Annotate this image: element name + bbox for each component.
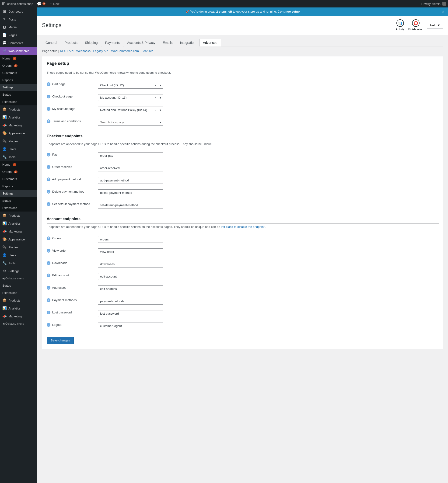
- analytics-link-2[interactable]: 📊 Analytics: [0, 220, 37, 227]
- sidebar-item-products-1[interactable]: 📦 Products: [0, 105, 37, 113]
- tab-shipping[interactable]: Shipping: [81, 39, 101, 47]
- tab-accounts-privacy[interactable]: Accounts & Privacy: [124, 39, 159, 47]
- sidebar-item-orders-2[interactable]: Orders 8: [0, 168, 37, 175]
- settings-link-2[interactable]: Settings: [0, 190, 37, 197]
- products-link-1[interactable]: 📦 Products: [0, 105, 37, 113]
- sidebar-item-appearance-1[interactable]: 🎨 Appearance: [0, 129, 37, 137]
- cart-page-select[interactable]: Checkout (ID: 12): [98, 82, 153, 88]
- orders-link-1[interactable]: Orders 8: [0, 62, 37, 69]
- terms-page-search-input[interactable]: [98, 119, 158, 126]
- addresses-help-icon[interactable]: ?: [47, 286, 50, 290]
- appearance-link-1[interactable]: 🎨 Appearance: [0, 129, 37, 137]
- sidebar-item-extensions-1[interactable]: Extensions: [0, 98, 37, 105]
- sidebar-item-users-2[interactable]: 👤 Users: [0, 251, 37, 259]
- subnav-features[interactable]: Features: [141, 49, 153, 53]
- sidebar-item-analytics-3[interactable]: 📊 Analytics: [0, 304, 37, 312]
- new-content-link[interactable]: ＋ New: [47, 2, 61, 6]
- tab-advanced[interactable]: Advanced: [200, 39, 221, 47]
- sidebar-item-settings-1[interactable]: Settings: [0, 84, 37, 91]
- logout-input[interactable]: [98, 323, 163, 329]
- checkout-page-select-wrapper[interactable]: My account (ID: 13) × ▼: [98, 94, 163, 101]
- status-link-1[interactable]: Status: [0, 91, 37, 98]
- checkout-page-clear[interactable]: ×: [153, 96, 158, 100]
- account-endpoints-link[interactable]: left blank to disable the endpoint: [221, 225, 264, 229]
- analytics-link-3[interactable]: 📊 Analytics: [0, 304, 37, 312]
- marketing-link-3[interactable]: 📣 Marketing: [0, 312, 37, 320]
- marketing-link-2[interactable]: 📣 Marketing: [0, 227, 37, 235]
- lost-password-input[interactable]: [98, 310, 163, 317]
- users-link-2[interactable]: 👤 Users: [0, 251, 37, 259]
- plugins-link-1[interactable]: 🔌 Plugins: [0, 137, 37, 145]
- appearance-link-2[interactable]: 🎨 Appearance: [0, 235, 37, 243]
- order-received-input[interactable]: [98, 165, 163, 171]
- sidebar-item-home-1[interactable]: Home 2: [0, 55, 37, 62]
- woocommerce-link[interactable]: 🛒 WooCommerce: [0, 47, 37, 55]
- sidebar-item-customers-1[interactable]: Customers: [0, 69, 37, 77]
- myaccount-help-icon[interactable]: ?: [47, 107, 50, 111]
- subnav-rest-api[interactable]: REST API: [60, 49, 73, 53]
- save-changes-button[interactable]: Save changes: [47, 337, 74, 344]
- sidebar-item-orders-1[interactable]: Orders 8: [0, 62, 37, 69]
- extensions-link-2[interactable]: Extensions: [0, 204, 37, 212]
- view-order-input[interactable]: [98, 248, 163, 255]
- downloads-help-icon[interactable]: ?: [47, 261, 50, 265]
- payment-methods-help-icon[interactable]: ?: [47, 298, 50, 302]
- sidebar-item-analytics-1[interactable]: 📊 Analytics: [0, 113, 37, 121]
- media-link[interactable]: 🖼 Media: [0, 23, 37, 31]
- sidebar-item-status-2[interactable]: Status: [0, 197, 37, 204]
- sidebar-item-settings-2[interactable]: Settings: [0, 190, 37, 197]
- logout-help-icon[interactable]: ?: [47, 323, 50, 327]
- sidebar-item-tools-1[interactable]: 🔧 Tools: [0, 153, 37, 161]
- lost-password-help-icon[interactable]: ?: [47, 311, 50, 314]
- plugins-link-2[interactable]: 🔌 Plugins: [0, 243, 37, 251]
- tab-payments[interactable]: Payments: [102, 39, 123, 47]
- sidebar-item-plugins-2[interactable]: 🔌 Plugins: [0, 243, 37, 251]
- sidebar-item-customers-2[interactable]: Customers: [0, 175, 37, 183]
- sidebar-item-marketing-1[interactable]: 📣 Marketing: [0, 121, 37, 129]
- home-link-1[interactable]: Home 2: [0, 55, 37, 62]
- sidebar-item-media[interactable]: 🖼 Media: [0, 23, 37, 31]
- checkout-help-icon[interactable]: ?: [47, 95, 50, 98]
- terms-page-search-wrapper[interactable]: ▼: [98, 119, 163, 126]
- view-order-help-icon[interactable]: ?: [47, 249, 50, 253]
- delete-payment-input[interactable]: [98, 189, 163, 196]
- orders-link-2[interactable]: Orders 8: [0, 168, 37, 175]
- finish-setup-button[interactable]: ⭕ Finish setup: [408, 19, 424, 31]
- extensions-link-1[interactable]: Extensions: [0, 98, 37, 105]
- set-default-payment-help-icon[interactable]: ?: [47, 202, 50, 206]
- subnav-legacy-api[interactable]: Legacy API: [93, 49, 109, 53]
- pages-link[interactable]: 📄 Pages: [0, 31, 37, 39]
- sidebar-item-extensions-2[interactable]: Extensions: [0, 204, 37, 212]
- users-link-1[interactable]: 👤 Users: [0, 145, 37, 153]
- myaccount-page-select[interactable]: Refund and Returns Policy (ID: 14): [98, 107, 153, 113]
- settings-link-1[interactable]: Settings: [0, 84, 37, 91]
- myaccount-page-clear[interactable]: ×: [153, 108, 158, 112]
- analytics-link-1[interactable]: 📊 Analytics: [0, 113, 37, 121]
- comments-nav-link[interactable]: 💬 Comments: [0, 39, 37, 47]
- addresses-input[interactable]: [98, 285, 163, 292]
- help-button[interactable]: Help ▼: [427, 22, 443, 29]
- sidebar-item-marketing-2[interactable]: 📣 Marketing: [0, 227, 37, 235]
- myaccount-page-select-wrapper[interactable]: Refund and Returns Policy (ID: 14) × ▼: [98, 107, 163, 113]
- sidebar-item-products-3[interactable]: 📦 Products: [0, 296, 37, 304]
- payment-methods-input[interactable]: [98, 298, 163, 305]
- close-notice-button[interactable]: ×: [442, 9, 444, 14]
- add-payment-input[interactable]: [98, 177, 163, 184]
- dashboard-link[interactable]: ⊞ Dashboard: [0, 8, 37, 16]
- cart-page-select-wrapper[interactable]: Checkout (ID: 12) × ▼: [98, 82, 163, 89]
- pay-help-icon[interactable]: ?: [47, 153, 50, 157]
- cart-page-clear[interactable]: ×: [153, 84, 158, 87]
- activity-button[interactable]: 📊 Activity: [396, 19, 405, 31]
- home-link-2[interactable]: Home 2: [0, 161, 37, 168]
- sidebar-item-reports-2[interactable]: Reports: [0, 183, 37, 190]
- site-name-link[interactable]: casino-scripts.shop: [5, 2, 35, 6]
- sidebar-item-home-2[interactable]: Home 2: [0, 161, 37, 168]
- sidebar-item-comments[interactable]: 💬 Comments: [0, 39, 37, 47]
- sidebar-item-users-1[interactable]: 👤 Users: [0, 145, 37, 153]
- cart-help-icon[interactable]: ?: [47, 82, 50, 86]
- sidebar-item-dashboard[interactable]: ⊞ Dashboard: [0, 8, 37, 16]
- subnav-webhooks[interactable]: Webhooks: [76, 49, 90, 53]
- sidebar-item-status-1[interactable]: Status: [0, 91, 37, 98]
- sidebar-item-status-bottom[interactable]: Status: [0, 282, 37, 289]
- subnav-woocommerce-com[interactable]: WooCommerce.com: [111, 49, 139, 53]
